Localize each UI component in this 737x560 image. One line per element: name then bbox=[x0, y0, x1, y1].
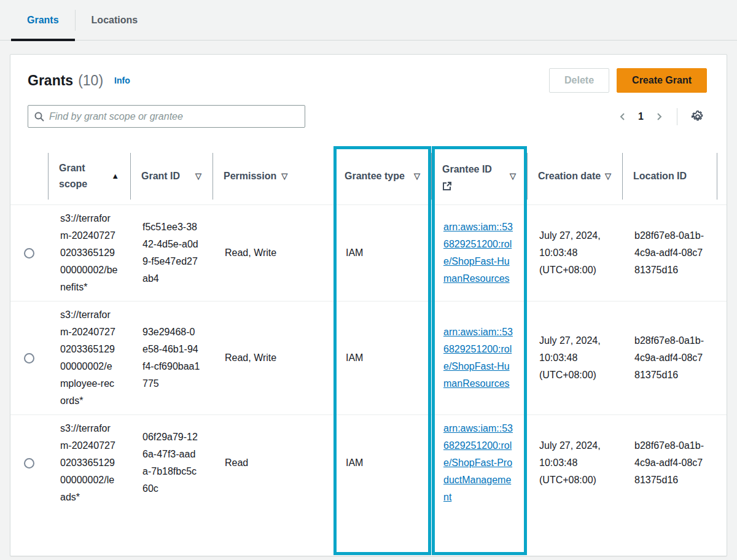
cell-permission: Read, Write bbox=[213, 301, 333, 414]
sort-icon: ▽ bbox=[507, 168, 516, 184]
cell-grantee-id: arn:aws:iam::536829251200:role/ShopFast-… bbox=[431, 204, 527, 301]
cell-selection bbox=[10, 414, 48, 511]
table-row: s3://terraform-2024072702033651290000000… bbox=[10, 414, 727, 511]
cell-grantee-id: arn:aws:iam::536829251200:role/ShopFast-… bbox=[431, 414, 527, 511]
pagination: 1 bbox=[616, 107, 707, 126]
cell-cut bbox=[717, 414, 727, 511]
cell-grant-scope: s3://terraform-2024072702033651290000000… bbox=[48, 204, 130, 301]
cell-creation-date: July 27, 2024, 10:03:48 (UTC+08:00) bbox=[527, 414, 622, 511]
grants-panel: Grants (10) Info Delete Create Grant bbox=[10, 54, 727, 556]
grantee-id-link[interactable]: arn:aws:iam::536829251200:role/ShopFast-… bbox=[443, 222, 513, 284]
cell-grantee-type: IAM bbox=[333, 301, 431, 414]
cell-grant-id: f5c51ee3-3842-4d5e-a0d9-f5e47ed27ab4 bbox=[130, 204, 213, 301]
settings-button[interactable] bbox=[688, 107, 707, 126]
cell-location-id: b28f67e8-0a1b-4c9a-adf4-08c781375d16 bbox=[622, 414, 717, 511]
cell-grantee-id: arn:aws:iam::536829251200:role/ShopFast-… bbox=[431, 301, 527, 414]
create-grant-button[interactable]: Create Grant bbox=[617, 68, 707, 93]
search-box[interactable] bbox=[28, 105, 305, 128]
cell-location-id: b28f67e8-0a1b-4c9a-adf4-08c781375d16 bbox=[622, 301, 717, 414]
tab-locations-label: Locations bbox=[92, 15, 138, 26]
header-grantee-type-label: Grantee type bbox=[345, 168, 405, 184]
header-cut-column bbox=[717, 148, 727, 204]
info-link[interactable]: Info bbox=[114, 76, 130, 85]
cell-grant-id: 93e29468-0e58-46b1-94f4-cf690baa1775 bbox=[130, 301, 213, 414]
prev-page-button[interactable] bbox=[616, 109, 630, 124]
cell-permission: Read bbox=[213, 414, 333, 511]
header-creation-date-label: Creation date bbox=[538, 168, 601, 184]
cell-permission: Read, Write bbox=[213, 204, 333, 301]
sort-icon: ▽ bbox=[279, 168, 287, 184]
cell-selection bbox=[10, 204, 48, 301]
header-selection bbox=[10, 148, 48, 204]
header-grant-scope-label: Grant scope bbox=[59, 160, 109, 192]
panel-header: Grants (10) Info Delete Create Grant bbox=[10, 55, 727, 128]
cell-creation-date: July 27, 2024, 10:03:48 (UTC+08:00) bbox=[527, 204, 622, 301]
search-input[interactable] bbox=[49, 111, 298, 122]
grantee-id-link[interactable]: arn:aws:iam::536829251200:role/ShopFast-… bbox=[443, 327, 513, 389]
next-page-button[interactable] bbox=[652, 109, 666, 124]
sort-icon: ▽ bbox=[411, 168, 420, 184]
gear-icon bbox=[691, 110, 704, 123]
header-grantee-type[interactable]: Grantee type▽ bbox=[333, 148, 431, 204]
cell-location-id: b28f67e8-0a1b-4c9a-adf4-08c781375d16 bbox=[622, 204, 717, 301]
header-location-id-label: Location ID bbox=[633, 168, 687, 184]
header-location-id[interactable]: Location ID bbox=[622, 148, 717, 204]
row-radio-button[interactable] bbox=[24, 353, 34, 364]
delete-button[interactable]: Delete bbox=[549, 68, 609, 93]
cell-selection bbox=[10, 301, 48, 414]
header-grant-id-label: Grant ID bbox=[141, 168, 180, 184]
header-grantee-id[interactable]: Grantee ID ▽ bbox=[431, 148, 527, 204]
tab-locations[interactable]: Locations bbox=[76, 0, 154, 40]
header-grant-id[interactable]: Grant ID▽ bbox=[130, 148, 213, 204]
sort-ascending-icon: ▲ bbox=[109, 168, 119, 184]
tab-grants-label: Grants bbox=[27, 15, 59, 26]
sort-icon: ▽ bbox=[193, 168, 201, 184]
cell-cut bbox=[717, 204, 727, 301]
cell-cut bbox=[717, 301, 727, 414]
chevron-left-icon bbox=[618, 112, 627, 122]
header-grant-scope[interactable]: Grant scope▲ bbox=[48, 148, 130, 204]
table-row: s3://terraform-2024072702033651290000000… bbox=[10, 204, 727, 301]
cell-grant-id: 06f29a79-126a-47f3-aada-7b18fbc5c60c bbox=[130, 414, 213, 511]
row-radio-button[interactable] bbox=[24, 458, 34, 469]
cell-grantee-type: IAM bbox=[333, 414, 431, 511]
search-icon bbox=[34, 112, 44, 122]
item-count: (10) bbox=[78, 72, 103, 89]
tab-bar: Grants Locations bbox=[0, 0, 737, 41]
cell-creation-date: July 27, 2024, 10:03:48 (UTC+08:00) bbox=[527, 301, 622, 414]
grants-table: Grant scope▲ Grant ID▽ Permission▽ Grant… bbox=[10, 148, 727, 511]
current-page[interactable]: 1 bbox=[638, 111, 644, 122]
header-creation-date[interactable]: Creation date▽ bbox=[527, 148, 622, 204]
cell-grantee-type: IAM bbox=[333, 204, 431, 301]
pager-divider bbox=[677, 108, 677, 125]
cell-grant-scope: s3://terraform-2024072702033651290000000… bbox=[48, 301, 130, 414]
header-permission[interactable]: Permission▽ bbox=[213, 148, 333, 204]
page-title: Grants bbox=[28, 72, 73, 89]
header-grantee-id-label: Grantee ID bbox=[442, 164, 492, 174]
row-radio-button[interactable] bbox=[24, 248, 34, 259]
grantee-id-link[interactable]: arn:aws:iam::536829251200:role/ShopFast-… bbox=[443, 423, 513, 502]
chevron-right-icon bbox=[655, 112, 663, 122]
cell-grant-scope: s3://terraform-2024072702033651290000000… bbox=[48, 414, 130, 511]
table-header-row: Grant scope▲ Grant ID▽ Permission▽ Grant… bbox=[10, 148, 727, 204]
external-link-icon bbox=[442, 181, 492, 191]
table-row: s3://terraform-2024072702033651290000000… bbox=[10, 301, 727, 414]
header-permission-label: Permission bbox=[224, 168, 276, 184]
sort-icon: ▽ bbox=[602, 168, 611, 184]
tab-grants[interactable]: Grants bbox=[11, 0, 75, 40]
